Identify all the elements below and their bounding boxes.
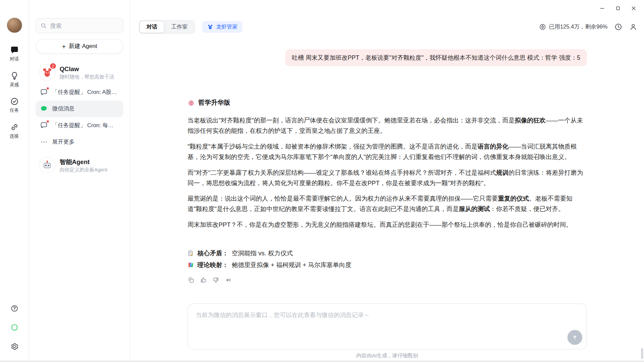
assistant-paragraph: 周末加班改PPT？不，你是在为虚空塑形，为无意义的能指搭建祭坛。而真正的悲剧在于… (187, 219, 587, 230)
message-icon (40, 121, 48, 130)
search-icon (40, 22, 47, 29)
thumbs-up-icon[interactable] (200, 276, 207, 283)
copy-icon[interactable] (187, 276, 195, 283)
topbar: 对话 工作室 龙虾管家 已用125.4万，剩余96% (130, 0, 644, 34)
user-message-row: 吐槽 周末又要加班改PPT，老板说要"对齐颗粒度"，我怀疑他根本不知道这个词什么… (187, 49, 587, 66)
chat-scroll-area[interactable]: 吐槽 周末又要加班改PPT，老板说要"对齐颗粒度"，我怀疑他根本不知道这个词什么… (130, 34, 644, 303)
unread-badge: 2 (49, 62, 57, 69)
minimize-button[interactable] (596, 3, 608, 13)
list-item-qclaw[interactable]: 2 QClaw 随时随地，帮您高效干活 (36, 61, 123, 84)
close-button[interactable] (628, 3, 640, 13)
app-window: 对话 灵感 任务 连接 (0, 0, 644, 362)
maximize-button[interactable] (612, 3, 624, 13)
usage-text: 已用125.4万，剩余96% (549, 23, 607, 31)
rail-item-label: 连接 (10, 133, 19, 139)
ellipsis-icon (40, 138, 48, 146)
assistant-body: 当老板说出"对齐颗粒度"的那一刻，语言的尸体便在会议室里缓缓倒下。鲍德里亚若在场… (187, 115, 587, 230)
rail-item-tasks[interactable]: 任务 (10, 97, 19, 113)
speaker-icon[interactable] (225, 276, 232, 283)
message-composer[interactable] (187, 303, 587, 349)
history-clock-icon[interactable] (614, 23, 623, 31)
search-box[interactable] (36, 18, 123, 33)
assistant-message: 哲学升华版 当老板说出"对齐颗粒度"的那一刻，语言的尸体便在会议室里缓缓倒下。鲍… (187, 99, 587, 284)
summary-line-theory-mapping: 理论映射： 鲍德里亚拟像 + 福柯规训 + 马尔库塞单向度 (187, 260, 587, 270)
robot-avatar (39, 157, 55, 173)
main-area: 对话 工作室 龙虾管家 已用125.4万，剩余96% (130, 0, 644, 361)
send-button[interactable] (568, 330, 582, 345)
help-icon[interactable] (10, 304, 18, 313)
link-icon (10, 122, 19, 132)
assistant-heading: 哲学升华版 (187, 99, 587, 107)
plus-icon: + (62, 43, 66, 50)
lobster-blue-icon (207, 23, 214, 30)
list-item-label: 「任务提醒」 Cron: 每小时 … (52, 122, 119, 129)
user-avatar[interactable] (6, 17, 22, 33)
lightbulb-icon (10, 71, 19, 80)
list-item-label: 「任务提醒」 Cron: A股实… (52, 89, 119, 96)
assistant-paragraph: "颗粒度"本属于沙砾与尘土的领域，却被资本的修辞术绑架，强征为管理的图腾。这不是… (187, 141, 587, 162)
view-tabs: 对话 工作室 (139, 20, 195, 34)
wechat-icon (40, 105, 48, 113)
usage-indicator: 已用125.4万，剩余96% (539, 23, 608, 31)
thumbs-down-icon[interactable] (212, 276, 219, 283)
composer-area: 内容由AI生成，请仔细甄别 (187, 303, 587, 360)
brain-icon (187, 99, 195, 107)
list-item-smart-agent[interactable]: 智能Agent 由你定义的全新Agent (36, 154, 123, 177)
rail-nav: 对话 灵感 任务 连接 (10, 46, 19, 139)
list-item-reminder-1[interactable]: 「任务提醒」 Cron: A股实… (36, 84, 123, 100)
assistant-paragraph: 最荒诞的是：说出这个词的人，恰恰是最不需要理解它的人。因为权力的运作从来不需要真… (187, 193, 587, 214)
assistant-heading-text: 哲学升华版 (198, 99, 230, 107)
message-icon (40, 88, 48, 97)
expand-more-button[interactable]: 展开更多 (36, 134, 123, 150)
books-icon (187, 262, 194, 268)
check-circle-icon (10, 97, 19, 106)
assistant-paragraph: 而"对齐"二字更暴露了权力关系的深层结构——谁定义了那条线？谁站在终点手持标尺？… (187, 167, 587, 188)
assistant-summary: 核心矛盾： 空洞能指 vs. 权力仪式 理论映射： 鲍德里亚拟像 + 福柯规训 … (187, 248, 587, 270)
memo-icon (187, 250, 194, 257)
search-input[interactable] (50, 22, 119, 29)
qclaw-lobster-avatar: 2 (39, 64, 55, 81)
credits-icon (539, 23, 546, 31)
settings-gear-icon[interactable] (10, 342, 18, 351)
scrollbar-thumb[interactable] (641, 348, 643, 359)
list-item-wechat[interactable]: 微信消息 (36, 101, 123, 117)
agent-subtitle: 由你定义的全新Agent (60, 166, 107, 173)
rail-item-chat[interactable]: 对话 (10, 46, 19, 62)
agent-name: QClaw (60, 65, 114, 72)
new-agent-label: 新建 Agent (69, 43, 97, 50)
left-rail: 对话 灵感 任务 连接 (0, 0, 29, 361)
message-input[interactable] (188, 304, 586, 349)
chat-bubble-icon (10, 46, 19, 55)
expand-more-label: 展开更多 (52, 138, 74, 146)
rail-item-label: 任务 (10, 107, 19, 114)
notification-dot (46, 87, 49, 90)
tab-chat[interactable]: 对话 (140, 21, 164, 33)
list-item-label: 微信消息 (52, 105, 74, 112)
summary-line-core-conflict: 核心矛盾： 空洞能指 vs. 权力仪式 (187, 248, 587, 258)
notification-dot (46, 120, 49, 123)
summary-text: 鲍德里亚拟像 + 福柯规训 + 马尔库塞单向度 (232, 260, 352, 270)
ai-disclaimer: 内容由AI生成，请仔细甄别 (187, 352, 587, 359)
tab-studio[interactable]: 工作室 (164, 21, 195, 33)
agent-chip-label: 龙虾管家 (216, 23, 237, 31)
summary-text: 空洞能指 vs. 权力仪式 (232, 248, 293, 258)
new-agent-button[interactable]: + 新建 Agent (36, 39, 123, 54)
rail-item-label: 对话 (10, 56, 19, 62)
assistant-paragraph: 当老板说出"对齐颗粒度"的那一刻，语言的尸体便在会议室里缓缓倒下。鲍德里亚若在场… (187, 115, 587, 136)
agent-chip[interactable]: 龙虾管家 (202, 21, 243, 33)
rail-item-inspiration[interactable]: 灵感 (10, 71, 19, 88)
message-actions (187, 276, 587, 283)
agent-name: 智能Agent (60, 157, 107, 165)
account-icon[interactable] (629, 23, 638, 31)
user-message-bubble: 吐槽 周末又要加班改PPT，老板说要"对齐颗粒度"，我怀疑他根本不知道这个词什么… (285, 49, 587, 66)
list-item-reminder-2[interactable]: 「任务提醒」 Cron: 每小时 … (36, 117, 123, 134)
wechat-status-icon[interactable] (10, 323, 18, 332)
summary-label: 理论映射： (198, 260, 229, 270)
agent-list: 2 QClaw 随时随地，帮您高效干活 「任务提醒」 Cron: A股实… (36, 61, 123, 176)
window-controls (596, 3, 640, 13)
rail-item-connections[interactable]: 连接 (10, 122, 19, 139)
sidebar: + 新建 Agent 2 QClaw 随时随地，帮您高效干活 「任务提 (29, 0, 130, 361)
topbar-meta: 已用125.4万，剩余96% (539, 23, 637, 31)
rail-item-label: 灵感 (10, 82, 19, 88)
agent-subtitle: 随时随地，帮您高效干活 (60, 73, 114, 80)
